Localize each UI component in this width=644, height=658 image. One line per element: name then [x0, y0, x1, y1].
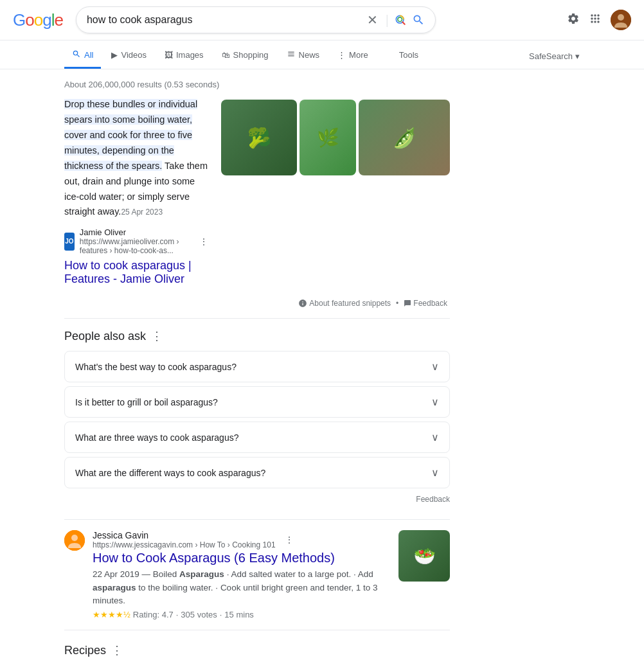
tab-images[interactable]: 🖼 Images: [157, 44, 211, 68]
about-snippets-link[interactable]: About featured snippets: [298, 299, 391, 308]
paa-title: People also ask ⋮: [64, 329, 450, 343]
faq-item-1: What's the best way to cook asparagus? ∨: [64, 351, 450, 382]
faq-chevron-3-icon: ∨: [431, 431, 439, 443]
google-logo[interactable]: Google: [13, 10, 63, 30]
tab-more[interactable]: ⋮ More: [330, 44, 376, 68]
search-result-jessica: Jessica Gavin https://www.jessicagavin.c…: [64, 530, 450, 619]
faq-question-1-text: What's the best way to cook asparagus?: [75, 362, 237, 372]
source-more-icon[interactable]: ⋮: [199, 236, 208, 247]
featured-snippet-link[interactable]: How to cook asparagus | Features - Jamie…: [64, 259, 208, 286]
header: Google ✕ |: [0, 0, 644, 40]
tab-videos[interactable]: ▶ Videos: [103, 44, 154, 68]
news-tab-icon: [287, 49, 296, 60]
paa-more-icon[interactable]: ⋮: [151, 329, 163, 343]
tab-all-label: All: [84, 50, 93, 60]
about-snippets-text: About featured snippets: [309, 299, 391, 308]
result-more-icon[interactable]: ⋮: [285, 535, 294, 545]
snippet-image-2[interactable]: 🌿: [300, 100, 356, 175]
more-tab-icon: ⋮: [337, 50, 346, 60]
apps-icon[interactable]: [589, 12, 602, 28]
videos-tab-icon: ▶: [111, 50, 118, 60]
tab-more-label: More: [349, 50, 368, 60]
featured-snippet: Drop these bundles or individual spears …: [64, 97, 450, 286]
snippet-date: 25 Apr 2023: [121, 208, 163, 217]
header-right: [567, 10, 631, 30]
rating-stars-icon: ★★★★½: [93, 610, 130, 619]
source-name: Jamie Oliver: [80, 227, 190, 237]
source-favicon: JO: [64, 233, 75, 251]
svg-point-1: [398, 17, 402, 22]
tab-shopping-label: Shopping: [233, 50, 269, 60]
main-content: About 206,000,000 results (0.53 seconds)…: [0, 69, 644, 658]
tab-tools-label: Tools: [399, 50, 418, 60]
tab-videos-label: Videos: [121, 50, 147, 60]
faq-question-1[interactable]: What's the best way to cook asparagus? ∨: [65, 351, 449, 382]
snippet-image-3[interactable]: 🫛: [359, 100, 450, 175]
result-title[interactable]: How to Cook Asparagus (6 Easy Methods): [93, 551, 391, 565]
faq-chevron-2-icon: ∨: [431, 396, 439, 408]
tab-news-label: News: [299, 50, 320, 60]
result-count: About 206,000,000 results (0.53 seconds): [64, 80, 450, 89]
faq-question-4[interactable]: What are the different ways to cook aspa…: [65, 458, 449, 488]
tab-news[interactable]: News: [279, 43, 328, 69]
tab-images-label: Images: [176, 50, 204, 60]
svg-point-5: [71, 535, 78, 541]
result-url: https://www.jessicagavin.com › How To › …: [93, 540, 276, 549]
votes-count: 305 votes: [181, 610, 217, 619]
snippet-footer: About featured snippets • Feedback: [64, 299, 450, 308]
result-thumbnail[interactable]: 🥗: [398, 530, 450, 582]
images-tab-icon: 🖼: [165, 50, 173, 60]
search-input[interactable]: [87, 14, 359, 26]
rating-text: Rating: 4.7: [133, 610, 174, 619]
result-rating: ★★★★½ Rating: 4.7 · 305 votes · 15 mins: [93, 610, 391, 619]
paa-feedback[interactable]: Feedback: [64, 492, 450, 509]
tab-all[interactable]: All: [64, 43, 101, 69]
source-url: https://www.jamieoliver.com › features ›…: [80, 237, 190, 255]
faq-question-2-text: Is it better to grill or boil asparagus?: [75, 397, 218, 407]
faq-chevron-1-icon: ∨: [431, 360, 439, 373]
snippet-text: Drop these bundles or individual spears …: [64, 97, 208, 220]
faq-item-4: What are the different ways to cook aspa…: [64, 457, 450, 488]
safe-search-label: SafeSearch: [529, 51, 573, 61]
paa-title-text: People also ask: [64, 330, 146, 343]
faq-chevron-4-icon: ∨: [431, 467, 439, 479]
result-avatar-jessica: [64, 530, 85, 551]
nav-tabs: All ▶ Videos 🖼 Images 🛍 Shopping News ⋮ …: [0, 40, 644, 69]
user-avatar[interactable]: [611, 10, 631, 30]
faq-question-4-text: What are the different ways to cook aspa…: [75, 468, 265, 478]
search-submit-icon[interactable]: [412, 13, 425, 26]
safe-search[interactable]: SafeSearch ▾: [529, 51, 580, 61]
safe-search-chevron-icon: ▾: [575, 51, 580, 61]
search-bar[interactable]: ✕ |: [76, 6, 436, 33]
lens-icon[interactable]: [394, 13, 407, 26]
snippet-images: 🥦 🌿 🫛: [221, 100, 450, 286]
result-site-name: Jessica Gavin: [93, 530, 276, 540]
shopping-tab-icon: 🛍: [222, 50, 230, 60]
faq-question-3-text: What are three ways to cook asparagus?: [75, 432, 238, 443]
faq-item-3: What are three ways to cook asparagus? ∨: [64, 422, 450, 453]
snippet-source: JO Jamie Oliver https://www.jamieoliver.…: [64, 227, 208, 255]
result-desc: 22 Apr 2019 — Boiled Asparagus · Add sal…: [93, 568, 391, 607]
tab-shopping[interactable]: 🛍 Shopping: [214, 44, 276, 68]
all-tab-icon: [72, 49, 81, 60]
svg-point-3: [618, 14, 624, 21]
people-also-ask: People also ask ⋮ What's the best way to…: [64, 329, 450, 509]
faq-question-2[interactable]: Is it better to grill or boil asparagus?…: [65, 387, 449, 417]
recipes-title: Recipes ⋮: [64, 643, 450, 657]
snippet-image-1[interactable]: 🥦: [221, 100, 297, 175]
cook-time: 15 mins: [224, 610, 254, 619]
settings-icon[interactable]: [567, 12, 580, 28]
clear-search-icon[interactable]: ✕: [364, 12, 380, 28]
recipes-more-icon[interactable]: ⋮: [111, 643, 123, 657]
search-results: About 206,000,000 results (0.53 seconds)…: [64, 80, 450, 658]
feedback-link[interactable]: Feedback: [404, 299, 447, 308]
recipes-section: Recipes ⋮ 🥦 🔖 How to Cook Asparagus Jess…: [64, 643, 450, 658]
faq-item-2: Is it better to grill or boil asparagus?…: [64, 386, 450, 418]
recipes-title-text: Recipes: [64, 644, 106, 657]
faq-question-3[interactable]: What are three ways to cook asparagus? ∨: [65, 422, 449, 452]
tab-tools[interactable]: Tools: [391, 44, 426, 68]
